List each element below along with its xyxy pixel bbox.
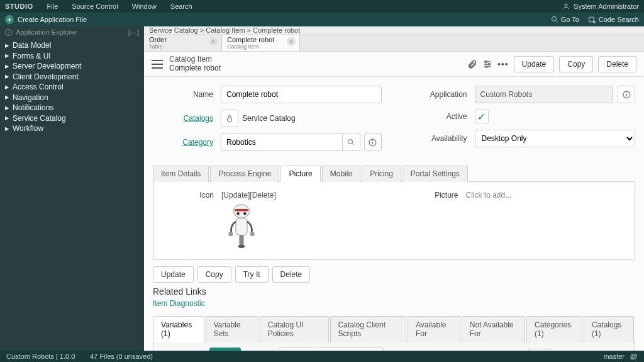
tab-item-details[interactable]: Item Details (153, 166, 209, 182)
tab-process-engine[interactable]: Process Engine (210, 166, 279, 182)
search-icon (551, 16, 558, 23)
lower-buttons: Update Copy Try It Delete (144, 260, 644, 286)
category-label[interactable]: Category (153, 138, 221, 147)
active-checkbox[interactable]: ✓ (475, 110, 489, 123)
code-search-icon (588, 16, 596, 24)
rl-tab-catalogs[interactable]: Catalogs (1) (584, 316, 634, 342)
menu-file[interactable]: File (47, 3, 58, 10)
search-field-select[interactable]: Order (279, 348, 314, 351)
svg-rect-28 (239, 235, 243, 245)
record-type: Catalog Item (169, 55, 221, 64)
item-diagnostic-link[interactable]: Item Diagnostic (144, 299, 644, 313)
copy-button-lower[interactable]: Copy (197, 266, 231, 283)
application-input (475, 86, 613, 103)
tree-service-catalog[interactable]: ▶Service Catalog (0, 113, 144, 124)
tree-notifications[interactable]: ▶Notifications (0, 103, 144, 113)
tree-access-control[interactable]: ▶Access Control (0, 82, 144, 93)
name-input[interactable] (221, 86, 382, 103)
rl-tab-ui-policies[interactable]: Catalog UI Policies (260, 316, 329, 342)
related-list-tabs: Variables (1) Variable Sets Catalog UI P… (153, 315, 635, 342)
svg-line-2 (555, 21, 557, 23)
catalogs-label[interactable]: Catalogs (153, 114, 221, 123)
category-lookup-icon[interactable] (343, 133, 360, 151)
tab-picture[interactable]: Picture (280, 166, 320, 182)
picture-add-link[interactable]: Click to add... (466, 191, 626, 251)
availability-select[interactable]: Desktop Only (475, 130, 636, 147)
svg-point-9 (485, 60, 487, 62)
related-links-title: Related Links (144, 286, 644, 299)
menu-window[interactable]: Window (132, 3, 157, 10)
svg-line-14 (352, 144, 354, 145)
tree-client-development[interactable]: ▶Client Development (0, 72, 144, 82)
update-button[interactable]: Update (514, 56, 555, 72)
caret-icon: ▶ (5, 126, 9, 132)
tab-pricing[interactable]: Pricing (362, 166, 401, 182)
category-input[interactable] (221, 133, 343, 151)
sync-icon[interactable] (630, 353, 638, 361)
user-menu[interactable]: System Administrator (562, 3, 639, 10)
status-branch[interactable]: master (603, 353, 625, 360)
file-tab-order[interactable]: Order Table × (144, 35, 222, 51)
record-name: Complete robot (169, 64, 221, 72)
close-icon[interactable]: × (287, 37, 296, 46)
svg-point-17 (372, 140, 373, 141)
form-area: Name Catalogs Service Catalog Category (144, 77, 644, 162)
tree-workflow[interactable]: ▶Workflow (0, 123, 144, 134)
content-area: Service Catalog > Catalog Item > Complet… (144, 26, 644, 351)
settings-icon[interactable] (482, 59, 492, 69)
copy-button[interactable]: Copy (559, 56, 593, 72)
rl-tab-categories[interactable]: Categories (1) (526, 316, 582, 342)
goto-button[interactable]: Go To (551, 16, 579, 23)
delete-button-lower[interactable]: Delete (272, 266, 311, 283)
tab-mobile[interactable]: Mobile (322, 166, 360, 182)
rl-tab-not-available-for[interactable]: Not Available For (462, 316, 525, 342)
svg-point-27 (250, 232, 255, 236)
tree-forms-ui[interactable]: ▶Forms & UI (0, 51, 144, 62)
rl-tab-available-for[interactable]: Available For (408, 316, 460, 342)
next-page-icon[interactable]: ▶ (587, 350, 598, 351)
last-page-icon[interactable]: ▶▶ (602, 350, 613, 351)
page-input[interactable] (528, 349, 552, 351)
sidebar-toggle[interactable]: [—] (128, 28, 139, 36)
svg-point-29 (238, 245, 245, 248)
application-info-icon[interactable] (618, 86, 635, 103)
try-it-button[interactable]: Try It (235, 266, 269, 283)
close-icon[interactable]: × (209, 37, 218, 46)
new-button[interactable]: New (209, 348, 241, 351)
file-tab-complete-robot[interactable]: Complete robot Catalog Item × (222, 35, 300, 51)
menu-search[interactable]: Search (170, 3, 192, 10)
user-name: System Administrator (574, 3, 639, 10)
brand-label: STUDIO (5, 3, 33, 10)
svg-rect-22 (235, 209, 248, 212)
status-app: Custom Robots | 1.0.0 (6, 353, 75, 360)
collapse-icon[interactable]: ‹ (5, 29, 12, 36)
update-button-lower[interactable]: Update (153, 266, 194, 283)
sidebar-title: Application Explorer (16, 28, 77, 36)
menu-icon[interactable] (152, 60, 163, 69)
caret-icon: ▶ (5, 74, 9, 79)
prev-page-icon[interactable]: ◀ (513, 350, 525, 351)
top-menubar: STUDIO File Source Control Window Search… (0, 0, 644, 13)
attachment-icon[interactable] (467, 59, 477, 69)
delete-button[interactable]: Delete (598, 56, 636, 72)
lock-icon[interactable] (221, 110, 238, 127)
search-input[interactable] (314, 348, 384, 351)
create-application-file[interactable]: + Create Application File (5, 15, 87, 24)
more-icon[interactable]: ••• (497, 59, 509, 69)
caret-icon: ▶ (5, 105, 9, 111)
code-search-button[interactable]: Code Search (588, 16, 639, 24)
svg-line-5 (595, 22, 596, 23)
tab-portal-settings[interactable]: Portal Settings (402, 166, 468, 182)
menu-source-control[interactable]: Source Control (72, 3, 118, 10)
plus-icon: + (5, 15, 14, 24)
tree-data-model[interactable]: ▶Data Model (0, 40, 144, 51)
rl-tab-variable-sets[interactable]: Variable Sets (206, 316, 258, 342)
category-info-icon[interactable] (364, 133, 382, 151)
rl-tab-client-scripts[interactable]: Catalog Client Scripts (330, 316, 406, 342)
tree-server-development[interactable]: ▶Server Development (0, 61, 144, 72)
tree-navigation[interactable]: ▶Navigation (0, 93, 144, 103)
icon-actions[interactable]: [Update][Delete] (221, 191, 276, 200)
first-page-icon[interactable]: ◀◀ (498, 350, 509, 351)
picture-label: Picture (407, 191, 466, 251)
rl-tab-variables[interactable]: Variables (1) (153, 316, 204, 342)
